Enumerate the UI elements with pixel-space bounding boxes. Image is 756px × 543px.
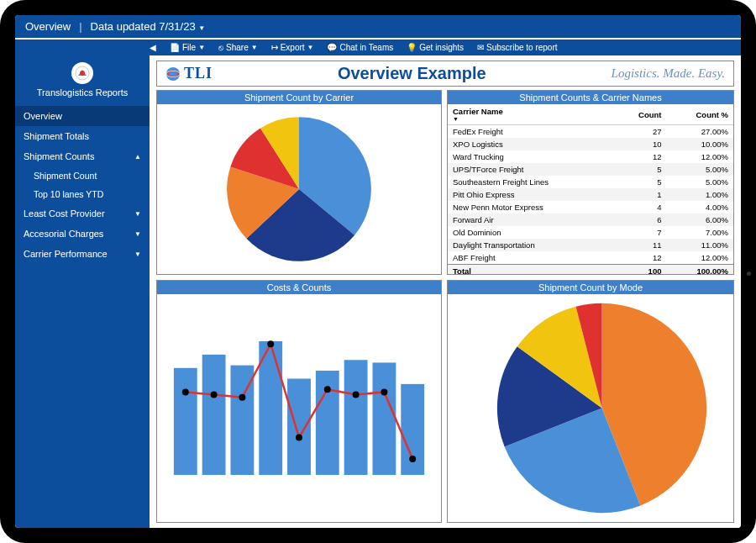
chat-icon: 💬 bbox=[327, 43, 337, 52]
subscribe-button[interactable]: ✉ Subscribe to report bbox=[477, 43, 558, 52]
table-row[interactable]: XPO Logistics1010.00% bbox=[448, 138, 733, 150]
export-menu[interactable]: ↦ Export ▼ bbox=[271, 43, 314, 52]
sort-desc-icon: ▼ bbox=[453, 116, 609, 122]
panel-title: Shipment Counts & Carrier Names bbox=[448, 91, 733, 104]
panel-title: Shipment Count by Mode bbox=[448, 281, 733, 294]
svg-point-16 bbox=[267, 340, 274, 347]
table-row[interactable]: Pitt Ohio Express11.00% bbox=[448, 188, 733, 201]
panel-carrier-pie: Shipment Count by Carrier bbox=[156, 90, 442, 275]
nav-item[interactable]: Least Cost Provider▼ bbox=[15, 203, 150, 224]
globe-icon bbox=[165, 66, 181, 82]
tli-logo: TLI bbox=[165, 65, 213, 82]
svg-rect-8 bbox=[287, 379, 311, 476]
svg-point-1 bbox=[80, 71, 85, 76]
subscribe-icon: ✉ bbox=[477, 43, 484, 52]
brand-row: TLI Overview Example Logistics. Made. Ea… bbox=[156, 61, 734, 87]
header-overview: Overview bbox=[25, 20, 71, 33]
table-row[interactable]: FedEx Freight2727.00% bbox=[448, 125, 733, 139]
main: TLI Overview Example Logistics. Made. Ea… bbox=[150, 55, 741, 528]
header-divider: | bbox=[79, 20, 81, 33]
svg-point-20 bbox=[381, 388, 387, 395]
svg-rect-4 bbox=[174, 368, 197, 475]
svg-rect-11 bbox=[372, 362, 396, 475]
svg-point-21 bbox=[409, 456, 416, 462]
nav-item[interactable]: Shipment Count bbox=[15, 166, 150, 185]
nav-item[interactable]: Accesorial Charges▼ bbox=[15, 224, 150, 244]
panel-title: Shipment Count by Carrier bbox=[157, 91, 441, 104]
table-row[interactable]: ABF Freight1212.00% bbox=[448, 251, 733, 265]
table-row[interactable]: Southeastern Freight Lines55.00% bbox=[448, 176, 733, 188]
avatar bbox=[71, 62, 93, 84]
file-icon: 📄 bbox=[170, 43, 180, 52]
file-menu[interactable]: 📄 File ▼ bbox=[170, 43, 205, 52]
col-pct[interactable]: Count % bbox=[666, 104, 733, 125]
table-row[interactable]: New Penn Motor Express44.00% bbox=[448, 201, 733, 214]
tagline: Logistics. Made. Easy. bbox=[612, 66, 725, 81]
panel-costs-counts: Costs & Counts bbox=[156, 280, 442, 523]
table-row[interactable]: Forward Air66.00% bbox=[448, 214, 733, 226]
table-row[interactable]: Ward Trucking1212.00% bbox=[448, 150, 733, 163]
header-updated[interactable]: Data updated 7/31/23 ▼ bbox=[91, 20, 206, 33]
mode-pie-chart[interactable] bbox=[448, 294, 733, 522]
body: Translogistics Reports OverviewShipment … bbox=[15, 55, 741, 528]
insights-button[interactable]: 💡 Get insights bbox=[407, 43, 464, 52]
svg-point-13 bbox=[182, 388, 189, 395]
chevron-down-icon: ▼ bbox=[198, 24, 205, 32]
chevron-down-icon: ▼ bbox=[251, 44, 258, 51]
costs-counts-chart[interactable] bbox=[157, 294, 441, 522]
svg-point-18 bbox=[324, 386, 331, 393]
nav-item[interactable]: Overview bbox=[15, 106, 150, 126]
export-icon: ↦ bbox=[271, 43, 278, 52]
svg-point-15 bbox=[239, 394, 245, 401]
table-total-row: Total100100.00% bbox=[448, 265, 733, 275]
table-row[interactable]: Old Dominion77.00% bbox=[448, 226, 733, 239]
sidebar-title: Translogistics Reports bbox=[37, 87, 128, 98]
svg-rect-10 bbox=[344, 360, 368, 475]
panels: Shipment Count by Carrier Shipment Count… bbox=[156, 90, 734, 523]
table-row[interactable]: UPS/TForce Freight55.00% bbox=[448, 163, 733, 176]
carrier-table[interactable]: Carrier Name▼ Count Count % FedEx Freigh… bbox=[448, 104, 733, 274]
svg-point-2 bbox=[166, 66, 180, 80]
nav-item[interactable]: Shipment Totals bbox=[15, 126, 150, 146]
panel-carrier-table: Shipment Counts & Carrier Names Carrier … bbox=[447, 90, 734, 275]
chevron-down-icon: ▼ bbox=[307, 44, 314, 51]
nav-item[interactable]: Top 10 lanes YTD bbox=[15, 185, 150, 203]
svg-point-19 bbox=[353, 392, 360, 398]
panel-title: Costs & Counts bbox=[157, 281, 441, 294]
share-icon: ⎋ bbox=[218, 43, 223, 52]
sidebar: Translogistics Reports OverviewShipment … bbox=[15, 55, 150, 528]
table-row[interactable]: Daylight Transportation1111.00% bbox=[448, 239, 733, 251]
screen: Overview | Data updated 7/31/23 ▼ ◀ 📄 Fi… bbox=[15, 15, 741, 528]
header-bar: Overview | Data updated 7/31/23 ▼ bbox=[15, 15, 741, 40]
share-menu[interactable]: ⎋ Share ▼ bbox=[218, 43, 258, 52]
sidebar-logo: Translogistics Reports bbox=[15, 55, 150, 106]
panel-mode-pie: Shipment Count by Mode bbox=[447, 280, 734, 523]
nav-item[interactable]: Shipment Counts▲ bbox=[15, 146, 150, 166]
page-title: Overview Example bbox=[338, 64, 486, 83]
col-name[interactable]: Carrier Name▼ bbox=[448, 104, 614, 125]
svg-rect-5 bbox=[202, 355, 226, 475]
bulb-icon: 💡 bbox=[407, 43, 417, 52]
nav-item[interactable]: Carrier Performance▼ bbox=[15, 244, 150, 264]
chevron-down-icon: ▼ bbox=[198, 44, 205, 51]
tablet-frame: Overview | Data updated 7/31/23 ▼ ◀ 📄 Fi… bbox=[0, 0, 756, 543]
svg-point-14 bbox=[211, 392, 218, 398]
nav: OverviewShipment TotalsShipment Counts▲S… bbox=[15, 106, 150, 264]
col-count[interactable]: Count bbox=[614, 104, 666, 125]
chat-button[interactable]: 💬 Chat in Teams bbox=[327, 43, 393, 52]
toolbar: ◀ 📄 File ▼ ⎋ Share ▼ ↦ Export ▼ 💬 Chat i… bbox=[15, 40, 741, 55]
svg-point-17 bbox=[296, 435, 302, 441]
carrier-pie-chart[interactable] bbox=[157, 104, 441, 274]
back-button[interactable]: ◀ bbox=[150, 43, 156, 52]
